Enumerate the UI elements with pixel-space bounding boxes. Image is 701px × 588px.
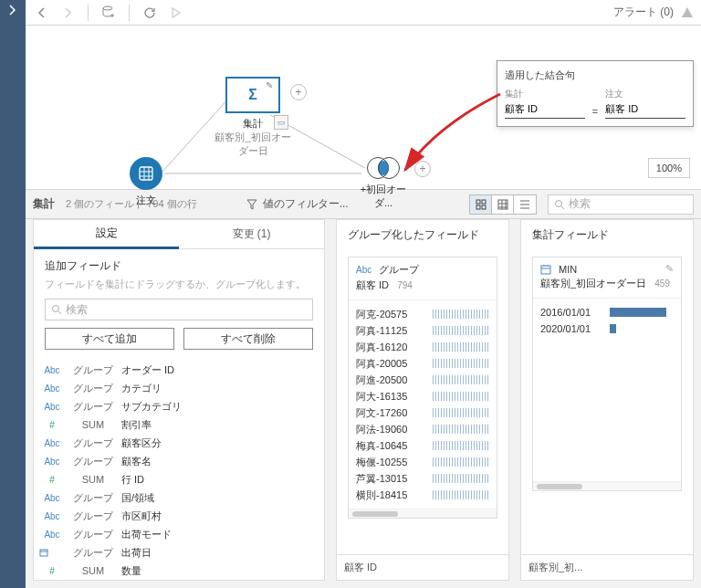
refresh-button[interactable] xyxy=(141,4,159,22)
toolbar: アラート (0) xyxy=(26,0,701,26)
search-input[interactable]: 検索 xyxy=(548,194,694,215)
svg-rect-2 xyxy=(476,200,480,204)
histogram-row[interactable]: 阿大-16135 xyxy=(349,388,497,404)
field-row[interactable]: Abcグループ国/領域 xyxy=(39,488,319,507)
node-join[interactable]: +初回オーダ... xyxy=(356,157,411,210)
scrollbar[interactable] xyxy=(349,509,497,518)
field-name: 行 ID xyxy=(121,473,319,487)
field-row[interactable]: Abcグループ顧客区分 xyxy=(39,434,319,452)
callout-right-value[interactable]: 顧客 ID xyxy=(605,100,685,119)
zoom-indicator[interactable]: 100% xyxy=(648,158,690,178)
back-button[interactable] xyxy=(33,4,51,22)
alert-icon xyxy=(681,6,694,19)
field-row[interactable]: Abcグループオーダー ID xyxy=(39,361,319,379)
separator xyxy=(88,5,89,21)
histogram-row[interactable]: 2020/01/01 xyxy=(533,320,681,337)
card-count: 794 xyxy=(397,280,413,290)
tab-changes[interactable]: 変更 (1) xyxy=(179,220,324,248)
svg-rect-10 xyxy=(541,266,550,274)
field-search-input[interactable]: 検索 xyxy=(45,299,313,320)
agg-label: グループ xyxy=(67,546,120,560)
callout-left-label: 集計 xyxy=(505,88,585,100)
histogram-row[interactable]: 横則-18415 xyxy=(349,487,497,503)
aggregate-fields-title: 集計フィールド xyxy=(521,220,693,249)
collapse-button[interactable]: ▭ xyxy=(274,115,288,130)
field-row[interactable]: #SUM行 ID xyxy=(39,470,319,488)
histogram-row[interactable]: 阿法-19060 xyxy=(349,421,497,437)
add-step-button[interactable]: + xyxy=(290,84,307,100)
field-row[interactable]: Abcグループ出荷モード xyxy=(39,525,319,543)
datasource-button[interactable] xyxy=(99,4,118,22)
field-name: 数量 xyxy=(121,564,319,578)
remove-all-button[interactable]: すべて削除 xyxy=(183,328,313,350)
type-icon: # xyxy=(39,475,65,485)
card-field: 顧客別_初回オーダー日 xyxy=(540,278,646,289)
view-grid-button[interactable] xyxy=(492,195,514,214)
histogram-row[interactable]: 阿真-20005 xyxy=(349,355,497,372)
filter-button[interactable]: 値のフィルター... xyxy=(246,196,349,212)
card-footer: 顧客別_初... xyxy=(521,554,693,580)
view-list-button[interactable] xyxy=(514,195,536,214)
tab-settings[interactable]: 設定 xyxy=(34,220,179,249)
histogram-row[interactable]: 梅偃-10255 xyxy=(349,454,497,470)
orders-label: 注文 xyxy=(130,194,162,207)
histogram-row[interactable]: 2016/01/01 xyxy=(533,304,681,320)
join-label: +初回オーダ... xyxy=(356,183,411,210)
svg-point-0 xyxy=(103,6,112,10)
callout-left-value[interactable]: 顧客 ID xyxy=(505,100,585,119)
histogram-row[interactable]: 阿文-17260 xyxy=(349,404,497,421)
histogram-row[interactable]: 芦翼-13015 xyxy=(349,470,497,487)
field-row[interactable]: Abcグループサブカテゴリ xyxy=(39,397,319,415)
alerts-label[interactable]: アラート (0) xyxy=(613,5,674,20)
type-icon: Abc xyxy=(39,365,65,375)
type-icon: Abc xyxy=(39,457,65,467)
aggregate-field-card[interactable]: MIN ✎ 顧客別_初回オーダー日 459 2016/01/012020/01/… xyxy=(532,257,682,491)
field-row[interactable]: Abcグループ市区町村 xyxy=(39,507,319,525)
field-row[interactable]: グループ出荷日 xyxy=(39,543,319,562)
histogram-row[interactable]: 阿真-16120 xyxy=(349,339,497,355)
histogram-row[interactable]: 梅真-10645 xyxy=(349,437,497,454)
grouped-field-card[interactable]: Abc グループ 顧客 ID 794 阿克-20575阿真-11125阿真-16… xyxy=(348,257,497,519)
left-rail[interactable] xyxy=(0,0,26,588)
node-orders[interactable]: 注文 xyxy=(130,157,162,207)
field-name: 割引率 xyxy=(121,418,319,432)
aggregate-icon: ✎ Σ xyxy=(225,77,280,113)
settings-panel: 設定 変更 (1) 追加フィールド フィールドを集計にドラッグするか、グループ化… xyxy=(33,219,325,581)
histogram-row[interactable]: 阿真-11125 xyxy=(349,322,497,339)
card-title: MIN xyxy=(559,264,658,275)
flow-canvas[interactable]: 注文 ✎ Σ 集計 顧客別_初回オーダー日 + ▭ +初回オーダ... + 適用… xyxy=(26,26,701,190)
additional-fields-hint: フィールドを集計にドラッグするか、グループ化します。 xyxy=(34,278,324,299)
svg-rect-3 xyxy=(482,200,486,204)
venn-icon xyxy=(367,157,400,179)
field-name: 顧客名 xyxy=(121,455,319,468)
field-row[interactable]: #SUM数量 xyxy=(39,562,319,580)
date-icon xyxy=(540,264,551,275)
add-step-button[interactable]: + xyxy=(414,161,431,177)
field-name: 出荷日 xyxy=(121,546,319,560)
field-row[interactable]: #SUM割引率 xyxy=(39,415,319,434)
lower-title: 集計 xyxy=(33,196,55,212)
run-button[interactable] xyxy=(166,4,184,22)
svg-rect-4 xyxy=(476,205,480,209)
agg-label: グループ xyxy=(67,400,120,414)
pencil-icon: ✎ xyxy=(266,80,273,90)
fields-list: Abcグループオーダー IDAbcグループカテゴリAbcグループサブカテゴリ#S… xyxy=(34,359,324,580)
orders-icon xyxy=(130,157,162,190)
histogram-row[interactable]: 阿進-20500 xyxy=(349,372,497,388)
agg-label: グループ xyxy=(67,491,120,505)
aggregate-fields-panel: 集計フィールド MIN ✎ 顧客別_初回オーダー日 459 2016/01/01… xyxy=(520,219,694,581)
agg-label: グループ xyxy=(67,363,120,377)
histogram-row[interactable]: 阿克-20575 xyxy=(349,306,497,322)
scrollbar[interactable] xyxy=(533,481,681,490)
forward-button[interactable] xyxy=(58,4,77,22)
add-all-button[interactable]: すべて追加 xyxy=(45,328,174,350)
agg-label: SUM xyxy=(67,419,120,430)
callout-title: 適用した結合句 xyxy=(505,68,685,82)
field-row[interactable]: Abcグループカテゴリ xyxy=(39,379,319,397)
view-cards-button[interactable] xyxy=(470,195,492,214)
type-icon: Abc xyxy=(39,530,65,540)
edit-button[interactable]: ✎ xyxy=(665,263,674,275)
agg-label: SUM xyxy=(67,474,120,485)
field-row[interactable]: Abcグループ顧客名 xyxy=(39,452,319,470)
field-name: オーダー ID xyxy=(121,363,319,377)
